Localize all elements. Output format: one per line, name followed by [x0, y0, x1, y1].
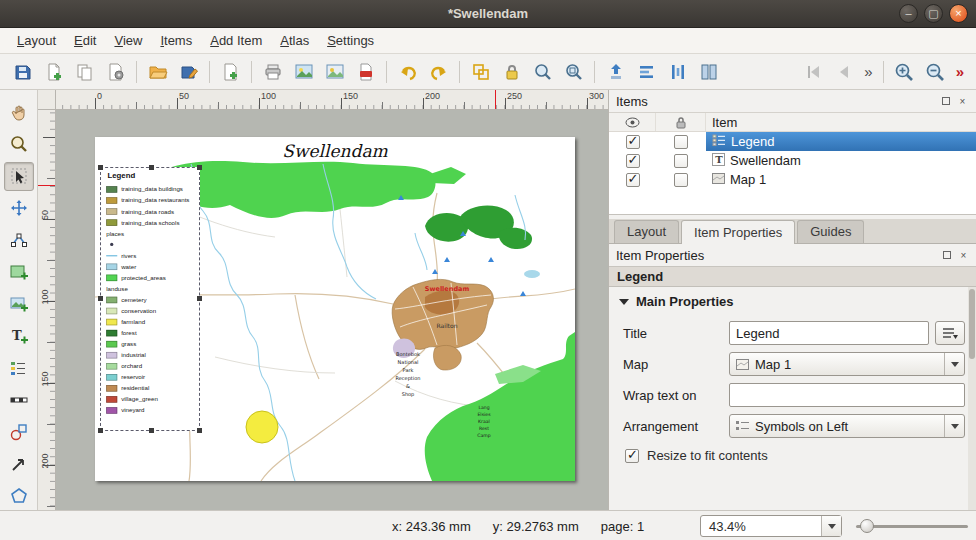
menu-atlas[interactable]: Atlas [271, 30, 318, 51]
add-pages-button[interactable] [216, 57, 245, 86]
selection-handle[interactable] [197, 165, 202, 170]
duplicate-layout-button[interactable] [70, 57, 99, 86]
main-properties-section[interactable]: Main Properties [609, 287, 976, 314]
wrap-text-field-label: Wrap text on [623, 388, 723, 403]
add-shape-tool[interactable] [4, 417, 34, 446]
pan-tool[interactable] [4, 98, 34, 127]
layout-canvas[interactable]: Swellendam Railton Bontebok National Par… [56, 110, 608, 510]
selection-handle[interactable] [149, 428, 154, 433]
toolbar-overflow-chevron[interactable]: » [860, 63, 876, 80]
add-scalebar-tool[interactable] [4, 385, 34, 414]
zoom-in-button[interactable] [890, 57, 919, 86]
zoom-level-combo[interactable]: 43.4% [700, 515, 842, 537]
legend-swatch [106, 374, 117, 381]
minimize-button[interactable]: – [899, 4, 918, 23]
print-button[interactable] [258, 57, 287, 86]
add-label-tool[interactable]: T [4, 322, 34, 351]
zoom-out-button[interactable] [921, 57, 950, 86]
item-properties-float-button[interactable] [940, 249, 953, 262]
align-items-button[interactable] [632, 57, 661, 86]
visibility-checkbox[interactable] [626, 154, 640, 168]
selection-handle[interactable] [197, 428, 202, 433]
map-select[interactable]: Map 1 [729, 352, 965, 376]
selection-handle[interactable] [98, 165, 103, 170]
export-image-button[interactable] [289, 57, 318, 86]
properties-scrollbar[interactable] [968, 287, 976, 510]
menubar: Layout Edit View Items Add Item Atlas Se… [0, 28, 976, 54]
data-defined-override-button[interactable] [935, 321, 965, 345]
selection-handle[interactable] [197, 296, 202, 301]
zoom-actual-button[interactable] [528, 57, 557, 86]
export-svg-button[interactable] [320, 57, 349, 86]
menu-items[interactable]: Items [151, 30, 201, 51]
lock-checkbox[interactable] [674, 135, 688, 149]
menu-view[interactable]: View [105, 30, 151, 51]
items-panel-close-button[interactable]: × [956, 95, 969, 108]
atlas-first-button[interactable] [798, 57, 827, 86]
maximize-button[interactable]: ▢ [924, 4, 943, 23]
lock-checkbox[interactable] [674, 154, 688, 168]
map-protected-areas [150, 161, 575, 481]
distribute-items-button[interactable] [663, 57, 692, 86]
redo-button[interactable] [424, 57, 453, 86]
add-map-tool[interactable] [4, 258, 34, 287]
resize-items-button[interactable] [694, 57, 723, 86]
resize-to-fit-checkbox[interactable] [625, 449, 639, 463]
toolbar-overflow-chevron-2[interactable]: » [952, 63, 968, 80]
map-forest-areas [425, 206, 532, 250]
arrangement-select[interactable]: Symbols on Left [729, 414, 965, 438]
selection-handle[interactable] [149, 165, 154, 170]
save-project-button[interactable] [8, 57, 37, 86]
selection-handle[interactable] [98, 428, 103, 433]
visibility-checkbox[interactable] [626, 173, 640, 187]
cursor-x-readout: x: 243.36 mm [392, 519, 471, 534]
atlas-prev-button[interactable] [829, 57, 858, 86]
edit-nodes-tool[interactable] [4, 226, 34, 255]
items-row-swellendam[interactable]: T Swellendam [609, 151, 976, 170]
add-node-item-tool[interactable] [4, 481, 34, 510]
selection-handle[interactable] [98, 296, 103, 301]
lock-checkbox[interactable] [674, 173, 688, 187]
svg-text:Bontebok: Bontebok [396, 351, 420, 357]
menu-layout[interactable]: Layout [8, 30, 65, 51]
zoom-slider[interactable] [856, 525, 968, 528]
map-yellow-circle [246, 411, 278, 443]
layout-manager-button[interactable] [101, 57, 130, 86]
visibility-checkbox[interactable] [626, 135, 640, 149]
item-column-header: Item [712, 115, 737, 130]
svg-text:Camp: Camp [477, 433, 490, 438]
raise-items-button[interactable] [601, 57, 630, 86]
slider-handle[interactable] [860, 519, 874, 533]
tab-guides[interactable]: Guides [797, 220, 864, 243]
load-template-button[interactable] [143, 57, 172, 86]
tab-item-properties[interactable]: Item Properties [681, 220, 795, 244]
item-properties-close-button[interactable]: × [957, 249, 970, 262]
save-as-template-button[interactable] [174, 57, 203, 86]
new-layout-button[interactable] [39, 57, 68, 86]
tab-layout[interactable]: Layout [614, 220, 679, 243]
titlebar[interactable]: *Swellendam – ▢ × [0, 0, 976, 28]
add-arrow-tool[interactable] [4, 449, 34, 478]
items-row-legend[interactable]: Legend [609, 132, 976, 151]
export-pdf-button[interactable] [351, 57, 380, 86]
group-items-button[interactable] [466, 57, 495, 86]
close-button[interactable]: × [949, 4, 968, 23]
menu-settings[interactable]: Settings [318, 30, 383, 51]
menu-edit[interactable]: Edit [65, 30, 105, 51]
items-row-map-1[interactable]: Map 1 [609, 170, 976, 189]
add-legend-tool[interactable] [4, 353, 34, 382]
layout-title-item[interactable]: Swellendam [95, 141, 575, 161]
items-panel-float-button[interactable] [939, 95, 952, 108]
lock-items-button[interactable] [497, 57, 526, 86]
legend-item[interactable]: Legend training_data buildings training_… [100, 167, 200, 431]
wrap-text-input[interactable] [729, 383, 965, 407]
add-picture-tool[interactable] [4, 290, 34, 319]
zoom-full-button[interactable] [559, 57, 588, 86]
legend-title-input[interactable] [729, 321, 929, 345]
layout-page[interactable]: Swellendam Railton Bontebok National Par… [95, 137, 575, 481]
zoom-tool[interactable] [4, 130, 34, 159]
menu-add-item[interactable]: Add Item [201, 30, 271, 51]
select-move-item-tool[interactable] [4, 162, 34, 191]
move-item-content-tool[interactable] [4, 194, 34, 223]
undo-button[interactable] [393, 57, 422, 86]
